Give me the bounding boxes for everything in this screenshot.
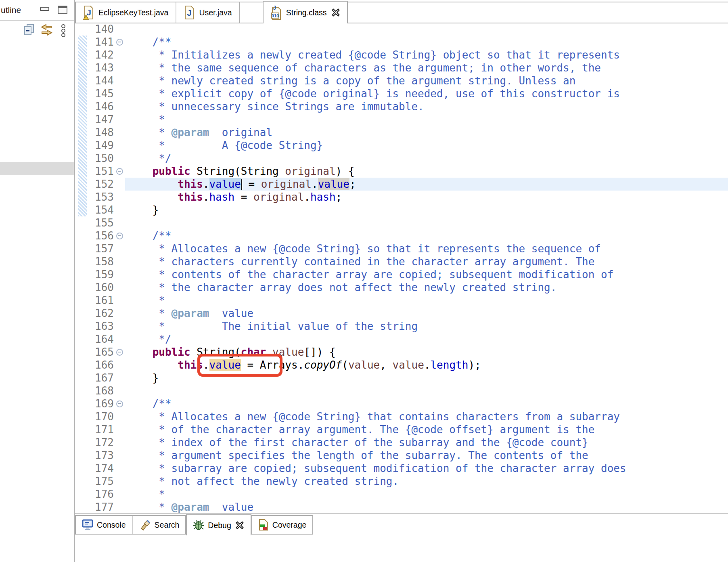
tab-user[interactable]: J User.java [176, 2, 239, 23]
line-code[interactable]: * [125, 294, 728, 307]
line-code[interactable]: * explicit copy of {@code original} is n… [125, 87, 728, 100]
line-code[interactable]: * A {@code String} [125, 139, 728, 152]
line-code[interactable]: */ [125, 152, 728, 165]
code-line[interactable]: 140 [75, 23, 728, 36]
line-code[interactable]: * unnecessary since Strings are immutabl… [125, 100, 728, 113]
line-code[interactable]: * @param original [125, 126, 728, 139]
maximize-icon[interactable] [58, 6, 67, 14]
code-line[interactable]: 169 /** [75, 397, 728, 410]
code-line[interactable]: 161 * [75, 294, 728, 307]
code-line[interactable]: 146 * unnecessary since Strings are immu… [75, 100, 728, 113]
line-code[interactable]: } [125, 203, 728, 216]
line-code[interactable]: * [125, 488, 728, 501]
line-code[interactable]: /** [125, 397, 728, 410]
line-code[interactable]: * @param value [125, 307, 728, 320]
code-line[interactable]: 157 * Allocates a new {@code String} so … [75, 242, 728, 255]
link-with-editor-icon[interactable] [40, 24, 54, 37]
tab-coverage[interactable]: Coverage [252, 516, 313, 534]
code-line[interactable]: 162 * @param value [75, 307, 728, 320]
code-line[interactable]: 143 * the same sequence of characters as… [75, 61, 728, 74]
code-line[interactable]: 173 * argument specifies the length of t… [75, 449, 728, 462]
line-code[interactable]: * characters currently contained in the … [125, 255, 728, 268]
tab-console[interactable]: Console [76, 516, 132, 534]
code-line[interactable]: 153 this.hash = original.hash; [75, 191, 728, 203]
tab-string-class[interactable]: J 010 String.class [263, 1, 348, 23]
line-code[interactable] [125, 384, 728, 397]
code-line[interactable]: 158 * characters currently contained in … [75, 255, 728, 268]
panel-divider[interactable] [74, 0, 75, 562]
code-line[interactable]: 141 /** [75, 36, 728, 48]
current-line-code[interactable]: this.value = original.value; [125, 178, 728, 191]
line-code[interactable]: */ [125, 333, 728, 346]
line-code[interactable]: public String(String original) { [125, 165, 728, 178]
close-icon[interactable] [235, 520, 245, 530]
code-line[interactable]: 163 * The initial value of the string [75, 320, 728, 333]
line-code[interactable]: this.hash = original.hash; [125, 191, 728, 203]
code-line[interactable]: 150 */ [75, 152, 728, 165]
line-code[interactable]: * newly created string is a copy of the … [125, 74, 728, 87]
code-line[interactable]: 175 * not affect the newly created strin… [75, 475, 728, 488]
collapse-icon[interactable] [116, 349, 123, 356]
collapse-icon[interactable] [116, 401, 123, 407]
code-editor[interactable]: 140141 /**142 * Initializes a newly crea… [75, 23, 728, 513]
code-line[interactable]: 174 * subarray are copied; subsequent mo… [75, 462, 728, 475]
code-line[interactable]: 149 * A {@code String} [75, 139, 728, 152]
fold-slot [114, 242, 125, 255]
code-line[interactable]: 164 */ [75, 333, 728, 346]
code-line[interactable]: 176 * [75, 488, 728, 501]
code-line[interactable]: 142 * Initializes a newly created {@code… [75, 48, 728, 61]
line-code[interactable]: * [125, 113, 728, 126]
code-line[interactable]: 151 public String(String original) { [75, 165, 728, 178]
code-line[interactable]: 165 public String(char value[]) { [75, 346, 728, 359]
line-code[interactable]: * contents of the character array are co… [125, 268, 728, 281]
code-line[interactable]: 152 this.value = original.value; [75, 178, 728, 191]
line-code[interactable]: * the character array does not affect th… [125, 281, 728, 294]
code-line[interactable]: 144 * newly created string is a copy of … [75, 74, 728, 87]
line-code[interactable]: /** [125, 36, 728, 48]
line-code[interactable] [125, 23, 728, 36]
line-code[interactable]: * Allocates a new {@code String} that co… [125, 410, 728, 423]
code-line[interactable]: 160 * the character array does not affec… [75, 281, 728, 294]
code-line[interactable]: 145 * explicit copy of {@code original} … [75, 87, 728, 100]
line-code[interactable]: * Allocates a new {@code String} so that… [125, 242, 728, 255]
close-icon[interactable] [331, 8, 341, 17]
tab-debug[interactable]: Debug [186, 514, 251, 535]
code-line[interactable]: 147 * [75, 113, 728, 126]
tab-eclipsekeytest[interactable]: J EclipseKeyTest.java [76, 2, 176, 23]
view-menu-icon[interactable] [61, 24, 66, 38]
collapse-icon[interactable] [116, 168, 123, 175]
code-line[interactable]: 167 } [75, 371, 728, 384]
code-line[interactable]: 156 /** [75, 229, 728, 242]
code-line[interactable]: 172 * index of the first character of th… [75, 436, 728, 449]
line-code[interactable]: * subarray are copied; subsequent modifi… [125, 462, 728, 475]
line-code[interactable]: * not affect the newly created string. [125, 475, 728, 488]
line-number: 155 [75, 216, 114, 229]
code-line[interactable]: 170 * Allocates a new {@code String} tha… [75, 410, 728, 423]
collapse-all-icon[interactable] [23, 24, 35, 37]
line-code[interactable]: /** [125, 229, 728, 242]
collapse-icon[interactable] [116, 233, 123, 239]
line-code[interactable]: * of the character array argument. The {… [125, 423, 728, 436]
line-code[interactable]: * argument specifies the length of the s… [125, 449, 728, 462]
line-code[interactable]: * index of the first character of the su… [125, 436, 728, 449]
line-code[interactable]: * Initializes a newly created {@code Str… [125, 48, 728, 61]
code-line[interactable]: 159 * contents of the character array ar… [75, 268, 728, 281]
line-code[interactable] [125, 216, 728, 229]
svg-text:J: J [187, 8, 192, 17]
line-code[interactable]: * the same sequence of characters as the… [125, 61, 728, 74]
outline-selected-row[interactable] [0, 162, 74, 175]
collapse-icon[interactable] [116, 39, 123, 46]
code-line[interactable]: 166 this.value = Arrays.copyOf(value, va… [75, 359, 728, 371]
code-line[interactable]: 154 } [75, 203, 728, 216]
code-line[interactable]: 168 [75, 384, 728, 397]
code-line[interactable]: 155 [75, 216, 728, 229]
bottom-panel-divider[interactable] [75, 513, 728, 514]
code-line[interactable]: 148 * @param original [75, 126, 728, 139]
code-line[interactable]: 171 * of the character array argument. T… [75, 423, 728, 436]
line-number: 162 [75, 307, 114, 320]
code-line[interactable]: 177 * @param value [75, 501, 728, 513]
minimize-icon[interactable] [40, 7, 49, 11]
tab-search[interactable]: Search [132, 516, 186, 534]
line-code[interactable]: * @param value [125, 501, 728, 513]
line-code[interactable]: * The initial value of the string [125, 320, 728, 333]
